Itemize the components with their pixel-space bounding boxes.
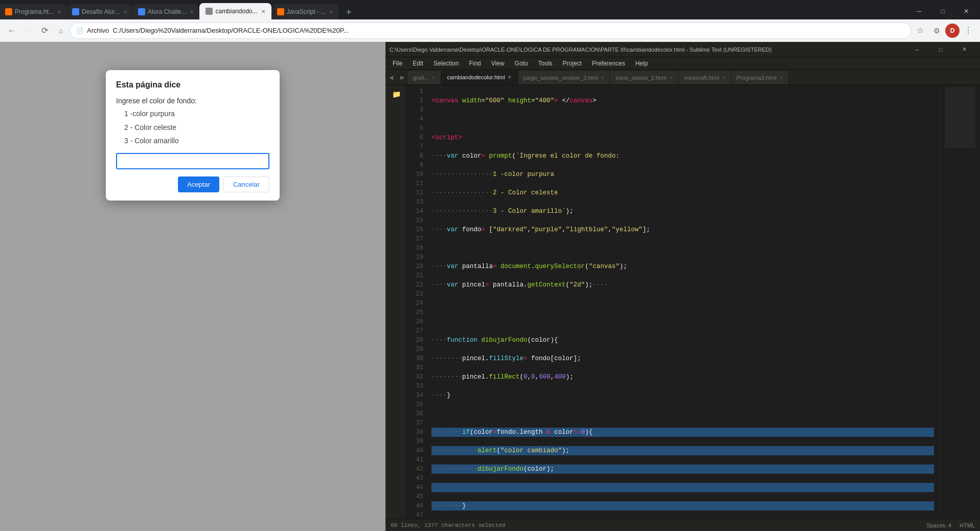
menu-selection[interactable]: Selection [428,59,464,68]
code-line-10: ····var pantalla= document.querySelector… [431,262,934,271]
menu-edit[interactable]: Edit [407,59,428,68]
option-2: 2 - Color celeste [124,121,269,135]
code-line-13 [431,317,934,326]
sublime-sidebar: 📁 [385,85,407,519]
stab-grafi[interactable]: grafi... ✕ [408,71,441,84]
menu-tools[interactable]: Tools [533,59,558,68]
code-line-14: ····function dibujarFondo(color){ [431,336,934,345]
stab-programa3[interactable]: Programa3.html ✕ [732,71,789,84]
browser-tab-3[interactable]: Alura Challe... ✕ [133,4,199,19]
tab2-label: Desafio Alur... [82,8,120,15]
sublime-close[interactable]: ✕ [952,42,976,57]
code-editor[interactable]: <canvas width="600" height="400"> </canv… [426,85,939,519]
stab-programa3-label: Programa3.html [737,75,777,81]
profile-icon[interactable]: D [945,24,960,38]
menu-project[interactable]: Project [558,59,587,68]
tab3-close[interactable]: ✕ [190,9,194,15]
tab-left-arrow[interactable]: ◀ [385,70,397,84]
option-1: 1 -color purpura [124,107,269,121]
forward-button[interactable]: → [20,23,36,38]
editor-pane: C:\Users\Diego Valderrama\Desktop\ORACLE… [385,42,980,531]
stab-juego-close[interactable]: ✕ [601,75,605,80]
browser-tab-2[interactable]: Desafio Alur... ✕ [67,4,132,19]
new-tab-button[interactable]: + [341,5,356,19]
reload-button[interactable]: ⟳ [37,23,52,38]
tab3-label: Alura Challe... [148,8,186,15]
code-line-3: <script> [431,133,934,142]
menu-find[interactable]: Find [464,59,486,68]
stab-inicio[interactable]: inicio_sesion_2.html ✕ [610,71,678,84]
dialog-message: Ingrese el color de fondo: [116,97,269,105]
code-line-23: ········} [431,501,934,511]
code-line-4: ····var color= prompt(`Ingrese el color … [431,151,934,161]
code-line-8: ····var fondo= ["darkred","purple","ligh… [431,225,934,234]
stab-juego[interactable]: juego_secreto_version_3.html ✕ [518,71,611,84]
dialog-title: Esta página dice [116,80,269,90]
status-text: 66 lines, 1377 characters selected [391,522,505,528]
cancel-button[interactable]: Cancelar [223,176,269,192]
code-line-17: ····} [431,391,934,400]
accept-button[interactable]: Aceptar [178,176,219,192]
browser-minimize[interactable]: ─ [907,3,931,19]
stab-cambiando-close[interactable]: ✕ [508,75,512,80]
sublime-maximize[interactable]: □ [929,42,952,57]
stab-grafi-label: grafi... [413,75,429,81]
menu-icon[interactable]: ⋮ [961,23,976,38]
code-line-9 [431,244,934,253]
line-numbers: 123456 789101112 131415161718 1920212223… [407,85,426,519]
menu-preferences[interactable]: Preferences [587,59,630,68]
stab-grafi-close[interactable]: ✕ [431,75,436,80]
tab3-favicon [138,8,145,15]
stab-programa3-close[interactable]: ✕ [779,75,783,80]
browser-tab-4[interactable]: cambiandodo... ✕ [199,3,271,19]
sublime-statusbar: 66 lines, 1377 characters selected Space… [385,519,980,531]
browser-maximize[interactable]: □ [931,3,954,19]
sublime-minimize[interactable]: ─ [905,42,929,57]
code-line-6: ················2 - Color celeste [431,188,934,197]
browser-tab-1[interactable]: Programa.ht... ✕ [0,4,66,19]
stab-minecraft-close[interactable]: ✕ [722,75,726,80]
code-line-22 [431,483,934,492]
tab1-close[interactable]: ✕ [57,9,61,15]
address-input[interactable] [87,27,905,34]
tab5-favicon [277,8,284,15]
stab-inicio-close[interactable]: ✕ [669,75,673,80]
tab5-close[interactable]: ✕ [329,9,333,15]
code-line-18 [431,409,934,418]
code-line-7: ················3 - Color amarillo`); [431,207,934,216]
dialog-options: 1 -color purpura 2 - Color celeste 3 - C… [124,107,269,148]
tab2-favicon [72,8,79,15]
browser-close[interactable]: ✕ [954,3,978,19]
stab-cambiando[interactable]: cambiandodecolor.html ✕ [441,70,518,84]
stab-minecraft[interactable]: minecraft.html ✕ [679,71,732,84]
tab5-label: JavaScript - ... [287,8,326,15]
menu-goto[interactable]: Goto [510,59,533,68]
stab-inicio-label: inicio_sesion_2.html [616,75,666,81]
bookmark-icon[interactable]: ☆ [913,23,928,38]
menu-view[interactable]: View [486,59,510,68]
code-line-20: ············alert("color cambiado"); [431,446,934,455]
minimap[interactable] [939,85,980,519]
back-button[interactable]: ← [4,23,19,38]
code-line-21: ············dibujarFondo(color); [431,464,934,474]
tab-right-arrow[interactable]: ▶ [397,70,408,84]
tab4-close[interactable]: ✕ [261,9,265,14]
tab1-favicon [5,8,12,15]
sublime-title-text: C:\Users\Diego Valderrama\Desktop\ORACLE… [390,47,905,53]
sidebar-files-icon[interactable]: 📁 [385,85,407,103]
dialog-overlay: Esta página dice Ingrese el color de fon… [0,42,385,531]
menu-help[interactable]: Help [630,59,653,68]
browser-tab-5[interactable]: JavaScript - ... ✕ [272,4,339,19]
editor-body: 📁 123456 789101112 131415161718 19202122… [385,85,980,519]
code-line-19: ········if(color<fondo.length & color!=0… [431,428,934,437]
status-language: HTML [960,522,975,528]
home-button[interactable]: ⌂ [53,23,69,38]
sublime-menubar: File Edit Selection Find View Goto Tools… [385,57,980,70]
browser-pane: Esta página dice Ingrese el color de fon… [0,42,385,531]
menu-file[interactable]: File [388,59,407,68]
sublime-tabs-row: ◀ ▶ grafi... ✕ cambiandodecolor.html ✕ j… [385,70,980,85]
dialog-input[interactable] [116,153,269,169]
tab2-close[interactable]: ✕ [123,9,127,15]
stab-cambiando-label: cambiandodecolor.html [447,74,505,80]
extensions-icon[interactable]: ⚙ [929,23,944,38]
